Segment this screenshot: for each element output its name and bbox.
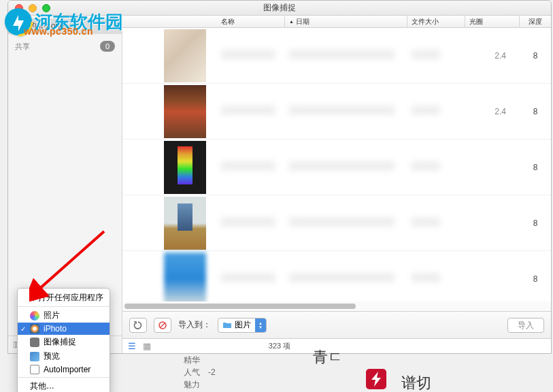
table-row[interactable]: 8 — [122, 251, 551, 301]
photos-icon — [30, 311, 39, 321]
popup-other[interactable]: 其他… — [18, 379, 110, 392]
iphone-icon — [15, 22, 24, 31]
grid-view-button[interactable]: ▦ — [143, 341, 151, 351]
col-date[interactable]: ▲日期 — [285, 16, 407, 27]
camera-icon — [30, 338, 39, 347]
svg-line-7 — [161, 323, 165, 327]
col-size[interactable]: 文件大小 — [407, 16, 465, 27]
popup-image-capture[interactable]: 图像捕捉 — [18, 335, 110, 349]
iphoto-icon — [30, 324, 39, 333]
thumbnail — [164, 252, 206, 302]
import-button[interactable]: 导入 — [507, 318, 544, 333]
autoimporter-icon — [30, 365, 39, 374]
column-header: 名称 ▲日期 文件大小 光圈 深度 — [122, 16, 551, 28]
table-row[interactable]: 8 — [122, 195, 551, 251]
popup-iphoto[interactable]: ✓ iPhoto — [18, 323, 110, 335]
table-row[interactable]: 2.4 8 — [122, 28, 551, 84]
col-name[interactable]: 名称 — [217, 16, 285, 27]
destination-select[interactable]: 图片 ▲▼ — [218, 318, 267, 333]
thumbnail — [164, 29, 206, 82]
folder-icon — [222, 321, 232, 329]
background-text: 精华 人气-2 魅力 — [184, 354, 216, 391]
thumbnail — [164, 141, 206, 194]
bottom-toolbar: 导入到： 图片 ▲▼ 导入 — [122, 311, 551, 338]
scrollbar-thumb[interactable] — [124, 304, 356, 309]
popup-autoimporter[interactable]: AutoImporter — [18, 363, 110, 376]
table-row[interactable]: 2.4 8 — [122, 84, 551, 140]
table-row[interactable]: 8 — [122, 140, 551, 195]
thumbnail — [164, 85, 206, 138]
popup-no-app[interactable]: 不打开任何应用程序 — [18, 291, 110, 305]
main-content: 名称 ▲日期 文件大小 光圈 深度 2.4 8 — [122, 16, 551, 353]
checkmark-icon: ✓ — [20, 325, 26, 333]
popup-preview[interactable]: 预览 — [18, 349, 110, 363]
select-arrows-icon: ▲▼ — [255, 318, 266, 332]
sidebar-share-header[interactable]: 共享 0 — [8, 37, 122, 56]
device-label: 的 iPhone — [29, 20, 65, 32]
svg-rect-3 — [18, 23, 22, 29]
titlebar[interactable]: 图像捕捉 — [8, 1, 551, 16]
item-count: 323 项 — [269, 341, 290, 351]
image-list[interactable]: 2.4 8 2.4 8 8 — [122, 28, 551, 301]
preview-icon — [30, 352, 39, 361]
flash-icon — [366, 369, 386, 389]
prohibit-button[interactable] — [154, 318, 171, 333]
col-depth[interactable]: 深度 — [520, 16, 551, 27]
rotate-button[interactable] — [129, 318, 147, 333]
thumbnail — [164, 197, 206, 250]
col-aperture[interactable]: 光圈 — [465, 16, 520, 27]
share-count-badge: 0 — [100, 41, 115, 52]
background-cn2: 谱切 — [401, 373, 431, 392]
background-cn1: 青ㄷ — [313, 347, 343, 368]
popup-photos[interactable]: 照片 — [18, 308, 110, 323]
app-picker-popup: 不打开任何应用程序 照片 ✓ iPhoto 图像捕捉 预览 AutoImport… — [17, 288, 110, 392]
import-to-label: 导入到： — [178, 319, 211, 331]
list-view-button[interactable]: ☰ — [128, 341, 136, 351]
horizontal-scrollbar[interactable] — [122, 301, 551, 311]
window-title: 图像捕捉 — [8, 2, 551, 14]
sidebar-device-item[interactable]: 的 iPhone — [8, 18, 122, 34]
